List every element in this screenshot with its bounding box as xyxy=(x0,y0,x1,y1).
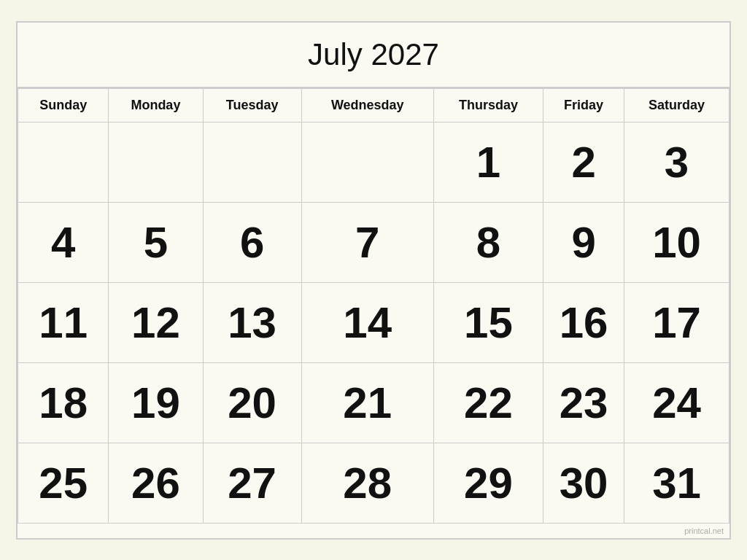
calendar-week-row: 123 xyxy=(18,122,729,202)
calendar-day-17: 17 xyxy=(624,282,729,362)
calendar-container: July 2027 SundayMondayTuesdayWednesdayTh… xyxy=(16,21,731,540)
calendar-day-27: 27 xyxy=(203,443,301,523)
calendar-day-1: 1 xyxy=(433,122,543,202)
calendar-day-5: 5 xyxy=(109,202,203,282)
calendar-day-26: 26 xyxy=(109,443,203,523)
calendar-day-29: 29 xyxy=(433,443,543,523)
calendar-day-16: 16 xyxy=(543,282,624,362)
day-header-wednesday: Wednesday xyxy=(301,88,433,122)
day-header-saturday: Saturday xyxy=(624,88,729,122)
day-header-tuesday: Tuesday xyxy=(203,88,301,122)
calendar-day-31: 31 xyxy=(624,443,729,523)
calendar-day-3: 3 xyxy=(624,122,729,202)
day-header-monday: Monday xyxy=(109,88,203,122)
calendar-empty-cell xyxy=(301,122,433,202)
calendar-empty-cell xyxy=(109,122,203,202)
calendar-week-row: 25262728293031 xyxy=(18,443,729,523)
calendar-day-6: 6 xyxy=(203,202,301,282)
watermark: printcal.net xyxy=(18,524,729,538)
calendar-day-25: 25 xyxy=(18,443,109,523)
calendar-title: July 2027 xyxy=(18,23,729,88)
calendar-week-row: 45678910 xyxy=(18,202,729,282)
calendar-day-10: 10 xyxy=(624,202,729,282)
calendar-day-4: 4 xyxy=(18,202,109,282)
calendar-day-13: 13 xyxy=(203,282,301,362)
calendar-empty-cell xyxy=(203,122,301,202)
calendar-week-row: 11121314151617 xyxy=(18,282,729,362)
calendar-table: SundayMondayTuesdayWednesdayThursdayFrid… xyxy=(18,88,729,524)
calendar-day-18: 18 xyxy=(18,362,109,443)
day-header-sunday: Sunday xyxy=(18,88,109,122)
calendar-day-9: 9 xyxy=(543,202,624,282)
calendar-day-21: 21 xyxy=(301,362,433,443)
day-header-friday: Friday xyxy=(543,88,624,122)
calendar-day-22: 22 xyxy=(433,362,543,443)
calendar-day-2: 2 xyxy=(543,122,624,202)
calendar-day-15: 15 xyxy=(433,282,543,362)
calendar-day-30: 30 xyxy=(543,443,624,523)
calendar-day-24: 24 xyxy=(624,362,729,443)
calendar-empty-cell xyxy=(18,122,109,202)
calendar-day-28: 28 xyxy=(301,443,433,523)
calendar-day-7: 7 xyxy=(301,202,433,282)
calendar-week-row: 18192021222324 xyxy=(18,362,729,443)
calendar-day-14: 14 xyxy=(301,282,433,362)
calendar-day-12: 12 xyxy=(109,282,203,362)
calendar-day-11: 11 xyxy=(18,282,109,362)
calendar-day-19: 19 xyxy=(109,362,203,443)
calendar-day-8: 8 xyxy=(433,202,543,282)
calendar-day-23: 23 xyxy=(543,362,624,443)
day-header-thursday: Thursday xyxy=(433,88,543,122)
calendar-day-20: 20 xyxy=(203,362,301,443)
days-header-row: SundayMondayTuesdayWednesdayThursdayFrid… xyxy=(18,88,729,122)
